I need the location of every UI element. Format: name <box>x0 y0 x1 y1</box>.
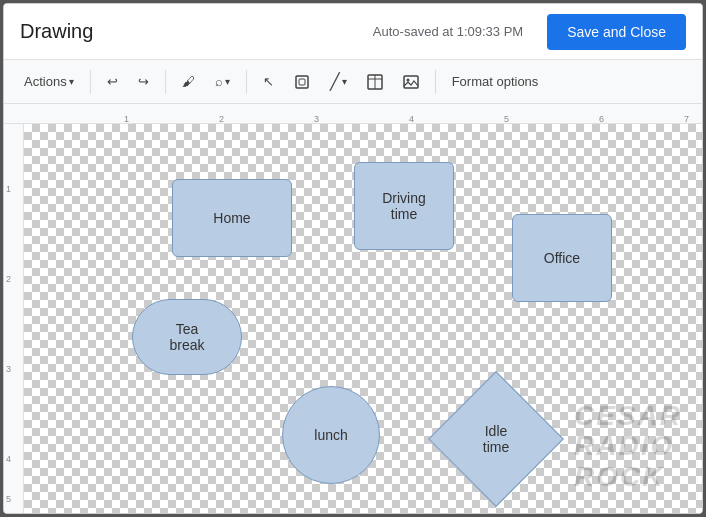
svg-rect-1 <box>296 76 308 88</box>
paint-icon: 🖌 <box>182 74 195 89</box>
line-dropdown-arrow: ▾ <box>342 76 347 87</box>
separator-1 <box>90 70 91 94</box>
shape-icon <box>294 74 310 90</box>
table-icon <box>367 74 383 90</box>
ruler-mark-2: 2 <box>219 114 224 124</box>
shape-idle-time-label: Idletime <box>449 392 543 486</box>
ruler-mark-7: 7 <box>684 114 689 124</box>
select-icon: ↖ <box>263 74 274 89</box>
shape-home-label: Home <box>213 210 250 226</box>
actions-menu-button[interactable]: Actions ▾ <box>16 70 82 93</box>
toolbar: Actions ▾ ↩ ↪ 🖌 ⌕ ▾ ↖ ╱ ▾ <box>4 60 702 104</box>
left-ruler: 1 2 3 4 5 <box>4 124 24 513</box>
image-icon <box>403 74 419 90</box>
watermark: Cesar Radio Rock <box>574 401 682 493</box>
zoom-icon: ⌕ <box>215 74 223 89</box>
ruler-mark-4: 4 <box>409 114 414 124</box>
left-ruler-mark-2: 2 <box>6 274 11 284</box>
undo-icon: ↩ <box>107 74 118 89</box>
shape-lunch[interactable]: lunch <box>282 386 380 484</box>
zoom-dropdown-arrow: ▾ <box>225 76 230 87</box>
line-tool-button[interactable]: ╱ ▾ <box>322 68 355 95</box>
watermark-line-3: Rock <box>574 462 682 493</box>
drawing-canvas[interactable]: Home Driving time Office Tea break lunch <box>24 124 702 513</box>
svg-rect-6 <box>404 76 418 88</box>
zoom-button[interactable]: ⌕ ▾ <box>207 70 238 93</box>
actions-label: Actions <box>24 74 67 89</box>
watermark-line-2: Radio <box>574 431 682 462</box>
shape-driving-time-label: Driving time <box>382 190 426 222</box>
save-close-button[interactable]: Save and Close <box>547 14 686 50</box>
left-ruler-mark-1: 1 <box>6 184 11 194</box>
shape-idle-time[interactable]: Idletime <box>428 371 564 507</box>
autosave-status: Auto-saved at 1:09:33 PM <box>373 24 523 39</box>
line-icon: ╱ <box>330 72 340 91</box>
format-options-button[interactable]: Format options <box>444 70 547 93</box>
shape-driving-time[interactable]: Driving time <box>354 162 454 250</box>
ruler-mark-3: 3 <box>314 114 319 124</box>
shape-office[interactable]: Office <box>512 214 612 302</box>
page-title: Drawing <box>20 20 93 43</box>
shape-home[interactable]: Home <box>172 179 292 257</box>
shape-tool-button[interactable] <box>286 70 318 94</box>
left-ruler-mark-5: 5 <box>6 494 11 504</box>
redo-button[interactable]: ↪ <box>130 70 157 93</box>
watermark-line-1: Cesar <box>574 401 682 432</box>
app-window: Drawing Auto-saved at 1:09:33 PM Save an… <box>3 3 703 514</box>
shape-office-label: Office <box>544 250 580 266</box>
image-tool-button[interactable] <box>395 70 427 94</box>
ruler-mark-6: 6 <box>599 114 604 124</box>
left-ruler-mark-3: 3 <box>6 364 11 374</box>
header: Drawing Auto-saved at 1:09:33 PM Save an… <box>4 4 702 60</box>
table-tool-button[interactable] <box>359 70 391 94</box>
left-ruler-mark-4: 4 <box>6 454 11 464</box>
ruler-mark-5: 5 <box>504 114 509 124</box>
top-ruler: 1 2 3 4 5 6 7 <box>4 104 702 124</box>
paint-format-button[interactable]: 🖌 <box>174 70 203 93</box>
select-tool-button[interactable]: ↖ <box>255 70 282 93</box>
canvas-area: 1 2 3 4 5 Home Driving time Office Tea b… <box>4 124 702 513</box>
svg-rect-2 <box>299 79 305 85</box>
separator-2 <box>165 70 166 94</box>
undo-button[interactable]: ↩ <box>99 70 126 93</box>
separator-4 <box>435 70 436 94</box>
redo-icon: ↪ <box>138 74 149 89</box>
shape-lunch-label: lunch <box>314 427 347 443</box>
shape-tea-break-label: Tea break <box>169 321 204 353</box>
ruler-mark-1: 1 <box>124 114 129 124</box>
separator-3 <box>246 70 247 94</box>
svg-point-7 <box>406 78 409 81</box>
actions-dropdown-arrow: ▾ <box>69 76 74 87</box>
shape-tea-break[interactable]: Tea break <box>132 299 242 375</box>
